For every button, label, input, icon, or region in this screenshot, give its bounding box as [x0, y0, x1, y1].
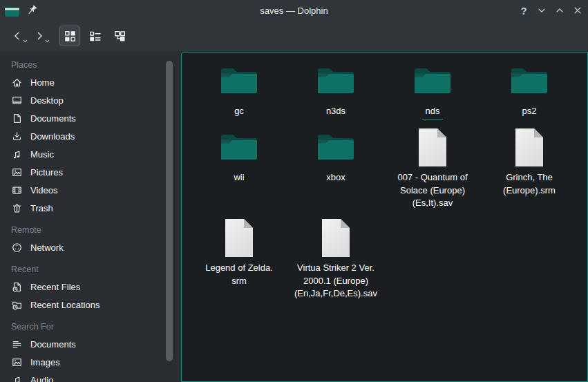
item-label: ps2 — [522, 105, 537, 118]
image-icon — [11, 166, 23, 178]
folder-icon — [481, 60, 578, 102]
network-icon — [11, 242, 23, 254]
help-button[interactable]: ? — [516, 3, 531, 18]
maximize-button[interactable] — [552, 3, 567, 18]
sidebar-item-documents[interactable]: Documents — [11, 335, 180, 353]
sidebar-item-recent-files[interactable]: Recent Files — [11, 278, 180, 296]
folder-icon — [510, 65, 549, 97]
sidebar-item-label: Music — [30, 149, 54, 160]
recent-folder-icon — [11, 299, 23, 311]
item-label: Grinch, The(Europe).srm — [503, 171, 556, 197]
sidebar-item-label: Trash — [30, 203, 53, 213]
file-item-legend-of-zelda-srm[interactable]: Legend of Zelda.srm — [191, 217, 287, 300]
file-grid-row: gc n3ds nds ps2 — [191, 60, 578, 120]
sidebar-item-label: Images — [30, 357, 60, 367]
file-icon — [191, 217, 287, 258]
sidebar-item-home[interactable]: Home — [11, 73, 180, 91]
file-grid-row: Legend of Zelda.srm Virtua Striker 2 Ver… — [191, 217, 384, 300]
folder-item-xbox[interactable]: xbox — [287, 126, 384, 210]
folder-icon — [191, 126, 287, 168]
item-label: n3ds — [326, 105, 345, 118]
sidebar-item-music[interactable]: Music — [11, 145, 180, 163]
item-label: xbox — [326, 171, 345, 184]
sidebar-item-trash[interactable]: Trash — [11, 199, 180, 217]
sidebar-item-desktop[interactable]: Desktop — [11, 91, 180, 109]
sidebar-item-label: Documents — [30, 113, 76, 124]
dolphin-window: saves — Dolphin ? Homeretrodecksaves — [0, 0, 588, 382]
folder-item-ps2[interactable]: ps2 — [481, 60, 578, 120]
sidebar-item-label: Network — [30, 242, 64, 253]
nav-group — [8, 26, 48, 46]
back-button[interactable] — [8, 26, 26, 46]
sidebar-item-network[interactable]: Network — [11, 238, 180, 256]
sidebar-item-videos[interactable]: Videos — [11, 181, 180, 199]
text-lines-icon — [11, 338, 23, 350]
content-area: PlacesHomeDesktopDocumentsDownloadsMusic… — [0, 51, 588, 382]
folder-icon — [316, 131, 355, 163]
file-grid-row: wii xbox 007 - Quantum ofSolace (Europe)… — [191, 126, 578, 210]
folder-item-n3ds[interactable]: n3ds — [287, 60, 384, 120]
sidebar-item-audio[interactable]: Audio — [11, 371, 180, 382]
folder-icon — [413, 65, 452, 97]
file-icon — [321, 218, 351, 258]
sidebar-item-pictures[interactable]: Pictures — [11, 163, 180, 181]
icons-view-button[interactable] — [59, 26, 80, 46]
window-controls: ? — [516, 0, 585, 21]
section-header-remote: Remote — [11, 222, 180, 238]
tree-view-button[interactable] — [109, 26, 130, 46]
details-view-button[interactable] — [84, 26, 105, 46]
home-icon — [11, 77, 23, 88]
item-label: 007 - Quantum ofSolace (Europe)(Es,It).s… — [397, 171, 467, 210]
file-icon — [417, 128, 448, 167]
minimize-button[interactable] — [534, 3, 549, 18]
folder-icon — [287, 60, 384, 102]
item-label: Virtua Striker 2 Ver.2000.1 (Europe)(En,… — [294, 262, 377, 300]
folder-icon — [316, 65, 355, 97]
pin-icon[interactable] — [26, 4, 38, 17]
section-header-places: Places — [11, 57, 180, 73]
folder-view[interactable]: gc n3ds nds ps2 wii xbox 007 - Quantum o… — [181, 52, 588, 382]
file-item-grinch-the-europe-srm[interactable]: Grinch, The(Europe).srm — [481, 126, 578, 210]
file-icon — [514, 128, 544, 167]
forward-dropdown-icon[interactable] — [45, 35, 50, 45]
file-item-007-quantum-of-solace-europe-es-it-sav[interactable]: 007 - Quantum ofSolace (Europe)(Es,It).s… — [384, 126, 481, 210]
item-label: nds — [422, 105, 444, 120]
folder-icon — [220, 65, 258, 97]
image-icon — [11, 356, 23, 368]
back-dropdown-icon[interactable] — [23, 35, 28, 45]
sidebar-item-label: Home — [30, 77, 55, 88]
file-item-virtua-striker-2-ver-2000-1-europe-en-ja-fr-de-es-sav[interactable]: Virtua Striker 2 Ver.2000.1 (Europe)(En,… — [287, 217, 384, 300]
dolphin-folder-icon — [4, 3, 20, 18]
section-header-recent: Recent — [11, 261, 180, 278]
file-icon — [384, 126, 481, 168]
sidebar-item-label: Downloads — [30, 131, 75, 142]
music-icon — [11, 374, 23, 382]
folder-item-gc[interactable]: gc — [191, 60, 287, 120]
folder-icon — [287, 126, 384, 168]
sidebar-item-downloads[interactable]: Downloads — [11, 127, 180, 145]
sidebar-scrollbar[interactable] — [166, 61, 173, 361]
file-icon — [224, 218, 254, 258]
places-panel: PlacesHomeDesktopDocumentsDownloadsMusic… — [0, 51, 180, 382]
sidebar-item-label: Recent Files — [30, 282, 80, 292]
sidebar-item-label: Documents — [30, 339, 76, 350]
titlebar: saves — Dolphin ? — [0, 0, 588, 21]
recent-file-icon — [11, 281, 23, 293]
item-label: wii — [234, 171, 244, 184]
sidebar-item-images[interactable]: Images — [11, 353, 180, 371]
sidebar-item-label: Recent Locations — [30, 300, 99, 310]
sidebar-item-documents[interactable]: Documents — [11, 109, 180, 127]
sidebar-item-label: Pictures — [30, 167, 63, 178]
file-icon — [287, 217, 384, 258]
forward-button[interactable] — [30, 26, 48, 46]
item-label: Legend of Zelda.srm — [205, 262, 273, 287]
close-button[interactable] — [570, 3, 585, 18]
folder-item-wii[interactable]: wii — [191, 126, 287, 210]
sidebar-item-recent-locations[interactable]: Recent Locations — [11, 296, 180, 314]
section-header-search-for: Search For — [11, 318, 180, 335]
folder-item-nds[interactable]: nds — [384, 60, 481, 120]
folder-icon — [191, 60, 287, 102]
sidebar-item-label: Desktop — [30, 95, 64, 106]
download-icon — [11, 131, 23, 142]
trash-icon — [11, 202, 23, 214]
